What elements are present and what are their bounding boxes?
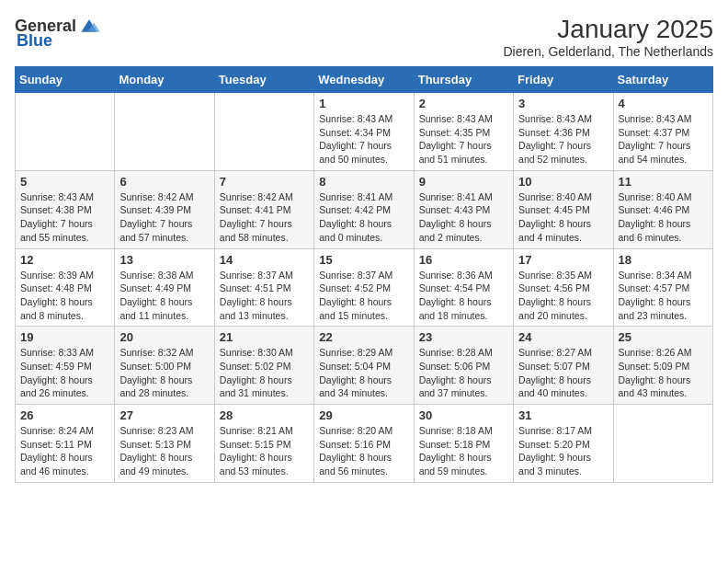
day-number: 24: [518, 330, 608, 344]
calendar-cell: 15Sunrise: 8:37 AMSunset: 4:52 PMDayligh…: [314, 248, 414, 327]
day-info: Sunrise: 8:23 AMSunset: 5:13 PMDaylight:…: [119, 424, 209, 478]
calendar-cell: 29Sunrise: 8:20 AMSunset: 5:16 PMDayligh…: [314, 405, 414, 483]
day-number: 17: [518, 253, 608, 267]
day-info: Sunrise: 8:37 AMSunset: 4:51 PMDaylight:…: [220, 269, 309, 323]
day-info: Sunrise: 8:21 AMSunset: 5:15 PMDaylight:…: [220, 424, 309, 478]
calendar-cell: 31Sunrise: 8:17 AMSunset: 5:20 PMDayligh…: [514, 405, 613, 483]
day-info: Sunrise: 8:35 AMSunset: 4:56 PMDaylight:…: [518, 269, 608, 323]
day-info: Sunrise: 8:40 AMSunset: 4:45 PMDaylight:…: [518, 190, 608, 245]
calendar-cell: 21Sunrise: 8:30 AMSunset: 5:02 PMDayligh…: [214, 327, 313, 405]
day-number: 14: [220, 253, 309, 267]
day-info: Sunrise: 8:27 AMSunset: 5:07 PMDaylight:…: [518, 346, 608, 400]
day-number: 27: [119, 408, 209, 422]
day-number: 30: [419, 408, 508, 422]
calendar-cell: 14Sunrise: 8:37 AMSunset: 4:51 PMDayligh…: [214, 248, 313, 327]
calendar-cell: 7Sunrise: 8:42 AMSunset: 4:41 PMDaylight…: [214, 170, 313, 248]
day-number: 16: [419, 253, 508, 267]
day-info: Sunrise: 8:30 AMSunset: 5:02 PMDaylight:…: [220, 346, 309, 400]
calendar-week-row: 5Sunrise: 8:43 AMSunset: 4:38 PMDaylight…: [16, 170, 713, 248]
day-number: 3: [518, 97, 608, 110]
weekday-header: Thursday: [414, 67, 513, 93]
day-info: Sunrise: 8:17 AMSunset: 5:20 PMDaylight:…: [518, 424, 608, 478]
day-number: 1: [319, 97, 408, 110]
calendar-cell: 25Sunrise: 8:26 AMSunset: 5:09 PMDayligh…: [613, 327, 712, 405]
day-number: 2: [419, 97, 508, 110]
calendar-cell: 18Sunrise: 8:34 AMSunset: 4:57 PMDayligh…: [613, 248, 712, 327]
day-number: 20: [119, 330, 209, 344]
day-number: 29: [319, 408, 408, 422]
weekday-header: Monday: [115, 67, 214, 93]
day-info: Sunrise: 8:28 AMSunset: 5:06 PMDaylight:…: [419, 346, 508, 400]
day-info: Sunrise: 8:42 AMSunset: 4:41 PMDaylight:…: [220, 190, 309, 245]
logo-blue: Blue: [17, 31, 52, 51]
calendar-cell: [214, 93, 313, 171]
calendar-week-row: 1Sunrise: 8:43 AMSunset: 4:34 PMDaylight…: [16, 93, 713, 171]
month-year-title: January 2025: [503, 15, 713, 44]
location-subtitle: Dieren, Gelderland, The Netherlands: [503, 44, 713, 59]
day-info: Sunrise: 8:24 AMSunset: 5:11 PMDaylight:…: [20, 424, 109, 478]
calendar-table: SundayMondayTuesdayWednesdayThursdayFrid…: [15, 66, 713, 483]
calendar-cell: 19Sunrise: 8:33 AMSunset: 4:59 PMDayligh…: [16, 327, 115, 405]
calendar-cell: 22Sunrise: 8:29 AMSunset: 5:04 PMDayligh…: [314, 327, 414, 405]
day-number: 28: [220, 408, 309, 422]
calendar-cell: 20Sunrise: 8:32 AMSunset: 5:00 PMDayligh…: [115, 327, 214, 405]
calendar-cell: 5Sunrise: 8:43 AMSunset: 4:38 PMDaylight…: [16, 170, 115, 248]
logo-icon: [78, 15, 100, 37]
calendar-cell: 4Sunrise: 8:43 AMSunset: 4:37 PMDaylight…: [613, 93, 712, 171]
calendar-cell: [16, 93, 115, 171]
day-number: 31: [518, 408, 608, 422]
day-info: Sunrise: 8:41 AMSunset: 4:42 PMDaylight:…: [319, 190, 408, 245]
day-number: 9: [419, 175, 508, 189]
calendar-cell: [115, 93, 214, 171]
day-info: Sunrise: 8:43 AMSunset: 4:34 PMDaylight:…: [319, 112, 408, 167]
calendar-cell: 10Sunrise: 8:40 AMSunset: 4:45 PMDayligh…: [514, 170, 613, 248]
day-info: Sunrise: 8:42 AMSunset: 4:39 PMDaylight:…: [119, 190, 209, 245]
calendar-week-row: 12Sunrise: 8:39 AMSunset: 4:48 PMDayligh…: [16, 248, 713, 327]
day-info: Sunrise: 8:26 AMSunset: 5:09 PMDaylight:…: [619, 346, 708, 400]
day-number: 12: [20, 253, 109, 267]
day-number: 25: [619, 330, 708, 344]
calendar-cell: 17Sunrise: 8:35 AMSunset: 4:56 PMDayligh…: [514, 248, 613, 327]
calendar-cell: 23Sunrise: 8:28 AMSunset: 5:06 PMDayligh…: [414, 327, 513, 405]
weekday-header: Wednesday: [314, 67, 414, 93]
title-area: January 2025 Dieren, Gelderland, The Net…: [503, 15, 713, 59]
calendar-cell: 28Sunrise: 8:21 AMSunset: 5:15 PMDayligh…: [214, 405, 313, 483]
calendar-header-row: SundayMondayTuesdayWednesdayThursdayFrid…: [16, 67, 713, 93]
day-info: Sunrise: 8:43 AMSunset: 4:35 PMDaylight:…: [419, 112, 508, 167]
day-info: Sunrise: 8:36 AMSunset: 4:54 PMDaylight:…: [419, 269, 508, 323]
weekday-header: Friday: [514, 67, 613, 93]
weekday-header: Sunday: [16, 67, 115, 93]
day-info: Sunrise: 8:39 AMSunset: 4:48 PMDaylight:…: [20, 269, 109, 323]
calendar-cell: 8Sunrise: 8:41 AMSunset: 4:42 PMDaylight…: [314, 170, 414, 248]
calendar-cell: 24Sunrise: 8:27 AMSunset: 5:07 PMDayligh…: [514, 327, 613, 405]
day-info: Sunrise: 8:43 AMSunset: 4:38 PMDaylight:…: [20, 190, 109, 245]
calendar-cell: 2Sunrise: 8:43 AMSunset: 4:35 PMDaylight…: [414, 93, 513, 171]
weekday-header: Tuesday: [214, 67, 313, 93]
day-info: Sunrise: 8:34 AMSunset: 4:57 PMDaylight:…: [619, 269, 708, 323]
day-number: 23: [419, 330, 508, 344]
calendar-cell: 6Sunrise: 8:42 AMSunset: 4:39 PMDaylight…: [115, 170, 214, 248]
calendar-cell: 26Sunrise: 8:24 AMSunset: 5:11 PMDayligh…: [16, 405, 115, 483]
day-info: Sunrise: 8:43 AMSunset: 4:37 PMDaylight:…: [619, 112, 708, 167]
calendar-cell: 12Sunrise: 8:39 AMSunset: 4:48 PMDayligh…: [16, 248, 115, 327]
day-number: 7: [220, 175, 309, 189]
day-info: Sunrise: 8:20 AMSunset: 5:16 PMDaylight:…: [319, 424, 408, 478]
calendar-cell: 1Sunrise: 8:43 AMSunset: 4:34 PMDaylight…: [314, 93, 414, 171]
calendar-cell: [613, 405, 712, 483]
day-info: Sunrise: 8:40 AMSunset: 4:46 PMDaylight:…: [619, 190, 708, 245]
day-info: Sunrise: 8:43 AMSunset: 4:36 PMDaylight:…: [518, 112, 608, 167]
calendar-week-row: 19Sunrise: 8:33 AMSunset: 4:59 PMDayligh…: [16, 327, 713, 405]
day-number: 4: [619, 97, 708, 110]
calendar-cell: 13Sunrise: 8:38 AMSunset: 4:49 PMDayligh…: [115, 248, 214, 327]
logo: General Blue: [15, 15, 100, 51]
day-number: 11: [619, 175, 708, 189]
day-number: 26: [20, 408, 109, 422]
day-number: 21: [220, 330, 309, 344]
day-info: Sunrise: 8:18 AMSunset: 5:18 PMDaylight:…: [419, 424, 508, 478]
day-number: 10: [518, 175, 608, 189]
calendar-cell: 11Sunrise: 8:40 AMSunset: 4:46 PMDayligh…: [613, 170, 712, 248]
calendar-cell: 9Sunrise: 8:41 AMSunset: 4:43 PMDaylight…: [414, 170, 513, 248]
day-info: Sunrise: 8:33 AMSunset: 4:59 PMDaylight:…: [20, 346, 109, 400]
weekday-header: Saturday: [613, 67, 712, 93]
calendar-cell: 27Sunrise: 8:23 AMSunset: 5:13 PMDayligh…: [115, 405, 214, 483]
